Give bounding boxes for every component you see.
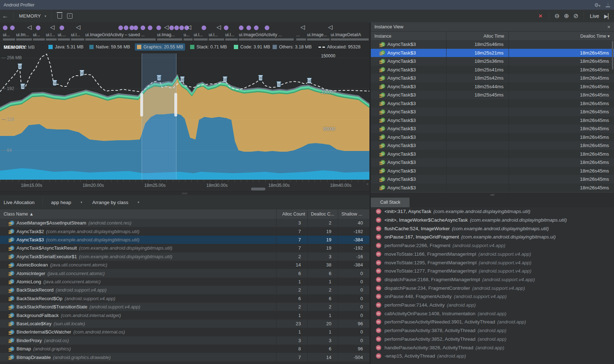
call-stack-frame[interactable]: mflushCache:524, ImageWorker(com.example…: [371, 224, 614, 233]
call-stack-frame[interactable]: monPause:448, FragmentActivity(android.s…: [371, 292, 614, 301]
instance-row[interactable]: CAsyncTask$318m26s45ms: [371, 141, 614, 150]
call-stack-frame[interactable]: mmoveToState:1295, FragmentManagerImpl(a…: [371, 258, 614, 267]
instance-row[interactable]: CAsyncTask$318m26s45ms: [371, 150, 614, 159]
table-row[interactable]: CAsyncTask$3(com.example.android.display…: [0, 236, 369, 244]
call-stack-frame[interactable]: mperformPauseActivity:3852, ActivityThre…: [371, 335, 614, 344]
selection-handle-right[interactable]: [174, 93, 177, 117]
download-icon[interactable]: [605, 3, 610, 7]
instance-row[interactable]: CAsyncTask$318m26s45ms: [371, 116, 614, 125]
instance-row[interactable]: CAsyncTask$318m25s45ms18m26s45ms: [371, 91, 614, 99]
activity-label[interactable]: ui....: [58, 32, 66, 37]
selection-handle-left[interactable]: [140, 93, 143, 117]
resize-grip[interactable]: ≡: [367, 182, 369, 186]
tab-call-stack[interactable]: Call Stack: [371, 198, 410, 207]
table-row[interactable]: CAsyncTask$2(com.example.android.display…: [0, 227, 369, 235]
column-header[interactable]: Instance: [374, 32, 442, 41]
heap-dropdown[interactable]: app heap ▾: [46, 200, 87, 205]
zoom-reset-icon[interactable]: ⊘: [571, 13, 581, 19]
timeline-scrollbar[interactable]: [251, 188, 265, 190]
call-stack-frame[interactable]: mdispatchPause:234, FragmentController(a…: [371, 284, 614, 292]
instance-row[interactable]: CAsyncTask$318m25s36ms18m26s45ms: [371, 57, 614, 66]
instance-row[interactable]: CAsyncTask$318m25s41ms18m26s45ms: [371, 66, 614, 74]
instance-row[interactable]: CAsyncTask$318m26s45ms: [371, 108, 614, 116]
activity-label[interactable]: ui.ImageDetailA: [331, 32, 361, 37]
instance-row[interactable]: CAsyncTask$318m26s45ms: [371, 175, 614, 184]
instance-row[interactable]: CAsyncTask$318m26s45ms: [371, 184, 614, 192]
call-stack-frame[interactable]: mcallActivityOnPause:1408, Instrumentati…: [371, 309, 614, 318]
instance-row[interactable]: CAsyncTask$318m25s44ms18m26s45ms: [371, 82, 614, 91]
table-row[interactable]: CBackStackRecord(android.support.v4.app)…: [0, 286, 369, 294]
call-stack-frame[interactable]: mperformPauseActivity:3878, ActivityThre…: [371, 326, 614, 335]
activity-label[interactable]: ui.l...: [194, 32, 203, 37]
allocation-table-header[interactable]: Class Name ▲Alloc CountDealloc C...Shall…: [0, 209, 369, 219]
activity-label[interactable]: u...: [184, 32, 190, 37]
table-row[interactable]: CAtomicLong(java.util.concurrent.atomic)…: [0, 278, 369, 286]
table-row[interactable]: CAssetManager$AssetInputStream(android.c…: [0, 219, 369, 227]
call-stack-frame[interactable]: m<init>:317, AsyncTask(com.example.andro…: [371, 207, 614, 216]
instance-row[interactable]: CAsyncTask$318m26s45ms: [371, 99, 614, 108]
gc-trigger-icon[interactable]: [57, 14, 62, 19]
call-stack-frame[interactable]: m-wrap15, ActivityThread(android.app): [371, 352, 614, 360]
call-stack-frame[interactable]: mperformPauseActivityIfNeeded:3901, Acti…: [371, 318, 614, 326]
instance-row[interactable]: CAsyncTask$318m26s45ms: [371, 124, 614, 133]
export-heap-icon[interactable]: [67, 13, 72, 19]
activity-label[interactable]: ui...: [3, 32, 10, 37]
session-type-dropdown[interactable]: MEMORY ▾: [17, 13, 48, 19]
close-icon[interactable]: ×: [607, 22, 610, 32]
activity-label[interactable]: ui.Imag...: [157, 32, 175, 37]
zoom-in-icon[interactable]: ⊕: [562, 13, 571, 19]
instance-row[interactable]: CAsyncTask$318m26s45ms: [371, 158, 614, 167]
column-header[interactable]: Alloc Count: [280, 209, 305, 219]
table-row[interactable]: CBackStackRecord$Op(android.support.v4.a…: [0, 294, 369, 303]
instance-row[interactable]: CAsyncTask$318m25s46ms: [371, 40, 614, 49]
arrange-dropdown[interactable]: Arrange by class ▾: [87, 200, 144, 205]
column-header[interactable]: Alloc Time: [450, 32, 504, 41]
table-row[interactable]: CAsyncTask$AsyncTaskResult(com.example.a…: [0, 244, 369, 252]
table-row[interactable]: CBinderProxy(android.os)330: [0, 336, 369, 345]
activity-label[interactable]: ui.Image...: [307, 32, 327, 37]
activity-label[interactable]: ui.l...: [46, 32, 55, 37]
table-row[interactable]: CAsyncTask$SerialExecutor$1(com.example.…: [0, 252, 369, 261]
skip-to-live-icon[interactable]: ▶▏: [602, 14, 614, 19]
column-header[interactable]: Dealloc C...: [311, 209, 336, 219]
column-header[interactable]: Shallow ...: [341, 209, 367, 219]
table-row[interactable]: CBinderInternal$GcWatcher(com.android.in…: [0, 328, 369, 336]
call-stack-frame[interactable]: m<init>, ImageWorker$CacheAsyncTask(com.…: [371, 216, 614, 224]
table-row[interactable]: CBackgroundFallback(com.android.internal…: [0, 311, 369, 319]
column-header[interactable]: Dealloc Time ▾: [512, 32, 610, 41]
activity-label[interactable]: ui.ImageGridActivity ...: [239, 32, 282, 37]
activity-label[interactable]: ui...: [33, 32, 40, 37]
instance-row[interactable]: CAsyncTask$318m26s45ms: [371, 133, 614, 142]
table-row[interactable]: CAtomicInteger(java.util.concurrent.atom…: [0, 269, 369, 277]
activity-label[interactable]: ...: [296, 32, 300, 37]
call-stack-frame[interactable]: monPause:167, ImageGridFragment(com.exam…: [371, 233, 614, 241]
activity-label[interactable]: ui.l...: [225, 32, 234, 37]
table-row[interactable]: CBackStackRecord$TransitionState(android…: [0, 303, 369, 311]
memory-chart[interactable]: 256 MB1921286415000010000050000: [0, 53, 369, 180]
close-session-icon[interactable]: ×: [535, 13, 546, 20]
instance-row[interactable]: CAsyncTask$318m25s21ms18m26s45ms: [371, 49, 614, 57]
instance-scrollbar[interactable]: [612, 41, 613, 70]
instance-row[interactable]: CAsyncTask$318m25s42ms18m26s45ms: [371, 74, 614, 82]
table-row[interactable]: CBaseLocale$Key(sun.util.locale)232096: [0, 320, 369, 328]
instance-row[interactable]: CAsyncTask$318m26s45ms: [371, 167, 614, 175]
column-header[interactable]: Class Name ▲: [4, 209, 274, 219]
call-stack-frame[interactable]: mperformPause:7144, Activity(android.app…: [371, 301, 614, 309]
activity-label[interactable]: ui.Im...: [16, 32, 29, 37]
table-row[interactable]: CAtomicBoolean(java.util.concurrent.atom…: [0, 261, 369, 269]
call-stack-frame[interactable]: mmoveToState:1277, FragmentManagerImpl(a…: [371, 267, 614, 275]
table-row[interactable]: CBitmapDrawable(android.graphics.drawabl…: [0, 353, 369, 361]
live-button[interactable]: Live: [590, 13, 599, 19]
call-stack-frame[interactable]: mperformPause:2266, Fragment(android.sup…: [371, 241, 614, 250]
activity-label[interactable]: ui.l...: [209, 32, 218, 37]
activity-label[interactable]: ui.ImageGridActivity – saved ...: [85, 32, 145, 37]
call-stack-frame[interactable]: mmoveToState:1166, FragmentManagerImpl(a…: [371, 250, 614, 259]
gear-icon[interactable]: ⚙▾: [594, 2, 600, 8]
zoom-out-icon[interactable]: ⊖: [552, 13, 562, 19]
activity-label[interactable]: ui.l...: [71, 32, 80, 37]
table-row[interactable]: CBitmap(android.graphics)8696: [0, 345, 369, 353]
call-stack-frame[interactable]: mhandlePauseActivity:3826, ActivityThrea…: [371, 343, 614, 352]
range-selection[interactable]: [142, 53, 176, 180]
call-stack-frame[interactable]: mdispatchPause:2168, FragmentManagerImpl…: [371, 275, 614, 284]
back-button[interactable]: ←: [0, 13, 10, 19]
